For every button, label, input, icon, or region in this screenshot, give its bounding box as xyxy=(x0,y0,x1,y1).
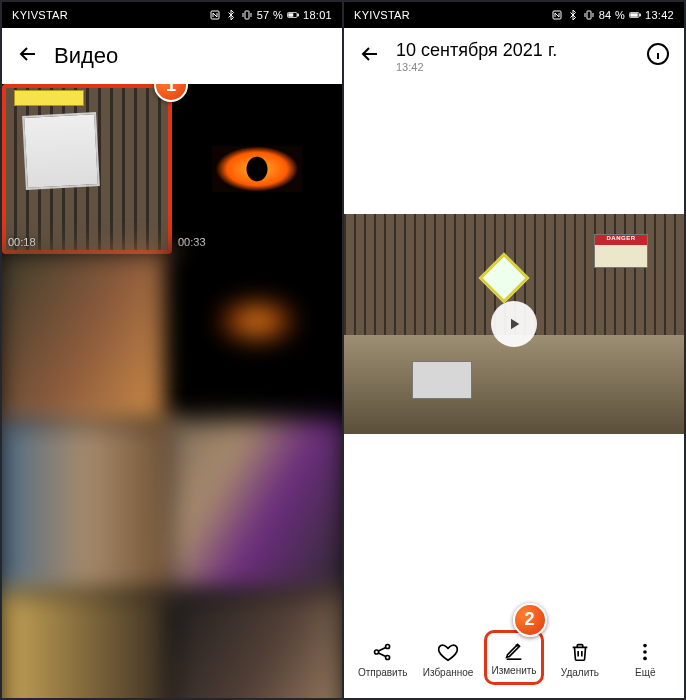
video-thumb[interactable] xyxy=(2,590,176,698)
svg-point-11 xyxy=(374,649,378,653)
video-thumb[interactable] xyxy=(168,420,342,599)
video-thumb[interactable]: 00:33 xyxy=(172,84,342,254)
more-icon xyxy=(634,641,656,663)
video-grid[interactable]: 00:18 1 00:33 xyxy=(2,84,342,698)
bluetooth-icon xyxy=(567,9,579,21)
page-title: Видео xyxy=(54,43,118,69)
edit-button[interactable]: Изменить 2 xyxy=(484,630,543,685)
favorite-button[interactable]: Избранное xyxy=(419,641,477,678)
edit-icon xyxy=(503,639,525,661)
battery-icon xyxy=(629,9,641,21)
back-button[interactable] xyxy=(16,42,40,70)
vibrate-icon xyxy=(241,9,253,21)
screen-gallery: KYIVSTAR 57 % 18:01 Видео 00:18 1 00:33 xyxy=(2,2,343,698)
svg-point-12 xyxy=(385,644,389,648)
svg-rect-8 xyxy=(639,14,640,16)
video-thumb[interactable] xyxy=(2,250,176,429)
svg-point-15 xyxy=(643,650,647,654)
svg-rect-1 xyxy=(245,11,249,19)
battery-pct: 57 % xyxy=(257,9,283,21)
status-icons: 57 % 18:01 xyxy=(209,9,332,21)
share-label: Отправить xyxy=(358,667,408,678)
video-thumb[interactable] xyxy=(2,420,176,599)
status-bar: KYIVSTAR 84 % 13:42 xyxy=(344,2,684,28)
info-button[interactable] xyxy=(646,42,670,70)
svg-rect-9 xyxy=(630,13,638,17)
video-duration: 00:33 xyxy=(178,236,206,248)
video-thumb[interactable] xyxy=(168,250,342,429)
video-duration: 00:18 xyxy=(8,236,36,248)
video-preview[interactable]: DANGER xyxy=(344,214,684,434)
video-thumb[interactable]: 00:18 1 xyxy=(2,84,172,254)
bottom-action-bar: Отправить Избранное Изменить 2 Удалить Е… xyxy=(344,628,684,698)
nfc-icon xyxy=(209,9,221,21)
svg-rect-6 xyxy=(587,11,591,19)
delete-button[interactable]: Удалить xyxy=(551,641,609,678)
share-icon xyxy=(372,641,394,663)
video-thumb[interactable] xyxy=(168,590,342,698)
scene-warning-sign xyxy=(479,253,530,304)
trash-icon xyxy=(569,641,591,663)
edit-label: Изменить xyxy=(491,665,536,676)
svg-point-16 xyxy=(643,656,647,660)
detail-title: 10 сентября 2021 г. xyxy=(396,40,557,61)
play-button[interactable] xyxy=(491,301,537,347)
clock-label: 18:01 xyxy=(303,9,332,21)
detail-body: DANGER Отправить Избранное Изменить 2 xyxy=(344,84,684,698)
status-bar: KYIVSTAR 57 % 18:01 xyxy=(2,2,342,28)
header: 10 сентября 2021 г. 13:42 xyxy=(344,28,684,84)
carrier-label: KYIVSTAR xyxy=(354,9,410,21)
more-label: Ещё xyxy=(635,667,655,678)
heart-icon xyxy=(437,641,459,663)
nfc-icon xyxy=(551,9,563,21)
battery-icon xyxy=(287,9,299,21)
play-icon xyxy=(505,315,523,333)
bluetooth-icon xyxy=(225,9,237,21)
scene-danger-sign: DANGER xyxy=(594,234,648,268)
delete-label: Удалить xyxy=(561,667,599,678)
clock-label: 13:42 xyxy=(645,9,674,21)
svg-point-13 xyxy=(385,655,389,659)
favorite-label: Избранное xyxy=(423,667,474,678)
svg-rect-3 xyxy=(297,14,298,16)
annotation-marker-2: 2 xyxy=(513,603,547,637)
detail-subtitle: 13:42 xyxy=(396,61,557,73)
header: Видео xyxy=(2,28,342,84)
more-button[interactable]: Ещё xyxy=(616,641,674,678)
share-button[interactable]: Отправить xyxy=(354,641,412,678)
status-icons: 84 % 13:42 xyxy=(551,9,674,21)
back-button[interactable] xyxy=(358,42,382,70)
battery-pct: 84 % xyxy=(599,9,625,21)
vibrate-icon xyxy=(583,9,595,21)
screen-video-detail: KYIVSTAR 84 % 13:42 10 сентября 2021 г. … xyxy=(343,2,684,698)
svg-point-14 xyxy=(643,643,647,647)
carrier-label: KYIVSTAR xyxy=(12,9,68,21)
svg-rect-4 xyxy=(288,13,293,17)
scene-box xyxy=(412,361,472,399)
